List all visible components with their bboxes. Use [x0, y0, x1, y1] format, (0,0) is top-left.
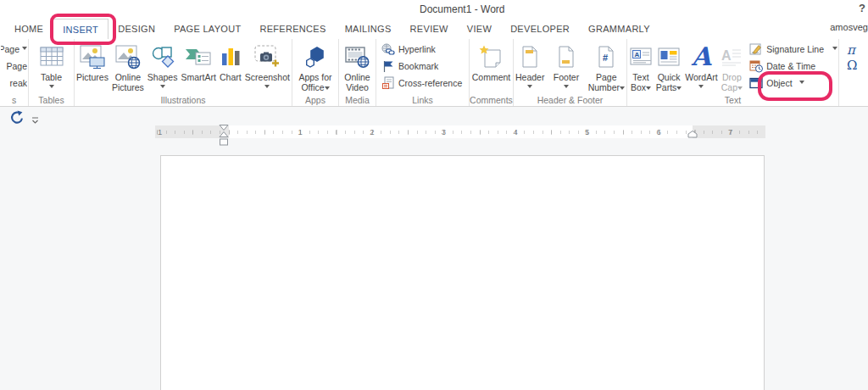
- button-label: Cap: [721, 82, 743, 92]
- page-number-button[interactable]: # Page Number: [587, 41, 626, 93]
- table-button[interactable]: Table: [39, 41, 64, 92]
- drop-cap-button[interactable]: A Drop Cap: [720, 41, 743, 93]
- chevron-down-icon: [832, 47, 837, 53]
- tab-home[interactable]: HOME: [5, 19, 53, 39]
- header-icon: [520, 42, 539, 72]
- button-label: Parts: [656, 82, 682, 92]
- ruler-number: 6: [657, 127, 661, 136]
- quick-parts-button[interactable]: Quick Parts: [655, 41, 683, 93]
- wordart-button[interactable]: A WordArt: [684, 41, 718, 92]
- button-label: Cross-reference: [398, 78, 462, 88]
- tab-design[interactable]: DESIGN: [108, 19, 164, 39]
- ruler-half-ticks: [157, 130, 765, 135]
- pictures-button[interactable]: Pictures: [75, 41, 109, 83]
- object-button[interactable]: Object: [749, 75, 837, 92]
- smartart-button[interactable]: SmartArt: [180, 41, 216, 83]
- chevron-down-icon: [799, 81, 804, 86]
- button-label: Date & Time: [766, 61, 815, 71]
- button-label: Number: [588, 82, 625, 92]
- drop-cap-icon: A: [721, 42, 743, 72]
- tab-review[interactable]: REVIEW: [401, 19, 458, 39]
- button-label: Object: [766, 78, 792, 88]
- chevron-down-icon: [737, 86, 743, 92]
- ruler-number: 4: [513, 127, 517, 136]
- group-label: Header & Footer: [514, 95, 626, 105]
- equation-button[interactable]: π: [847, 43, 857, 58]
- button-label: Bookmark: [398, 61, 438, 71]
- button-label: Apps for: [298, 72, 331, 82]
- button-label: Chart: [220, 72, 242, 82]
- tab-page-layout[interactable]: PAGE LAYOUT: [164, 19, 250, 39]
- signature-line-icon: [749, 42, 763, 56]
- group-comments: Comment Comments: [470, 39, 514, 106]
- help-icon[interactable]: ?: [859, 2, 865, 14]
- cross-reference-icon: [381, 76, 395, 90]
- shapes-icon: [150, 42, 175, 72]
- tab-mailings[interactable]: MAILINGS: [336, 19, 401, 39]
- tab-grammarly[interactable]: GRAMMARLY: [579, 19, 659, 39]
- indent-markers[interactable]: [219, 125, 229, 150]
- shapes-button[interactable]: Shapes: [147, 41, 179, 92]
- comment-button[interactable]: Comment: [471, 41, 512, 83]
- group-illustrations: Pictures Online Pictures Shapes: [75, 39, 292, 106]
- cross-reference-button[interactable]: Cross-reference: [381, 75, 462, 92]
- group-tables: Table Tables: [29, 39, 75, 106]
- right-indent-marker[interactable]: [687, 131, 698, 138]
- ruler-number: 7: [728, 127, 732, 136]
- button-label: Page: [6, 61, 27, 71]
- quick-access-more-icon[interactable]: [31, 113, 39, 128]
- button-label: Office: [301, 82, 329, 92]
- table-icon: [40, 42, 64, 72]
- chevron-down-icon: [676, 86, 682, 92]
- signature-line-button[interactable]: Signature Line: [749, 41, 837, 58]
- apps-for-office-button[interactable]: Apps for Office: [298, 41, 332, 93]
- document-page[interactable]: [160, 155, 765, 390]
- button-label: Text: [632, 72, 648, 82]
- account-name[interactable]: amosvega: [830, 22, 868, 32]
- text-box-button[interactable]: A Text Box: [628, 41, 654, 93]
- symbol-button[interactable]: Ω: [847, 58, 857, 73]
- page-break-button[interactable]: reak: [10, 75, 27, 92]
- ruler-number: 1: [298, 127, 303, 136]
- bookmark-icon: [381, 59, 395, 73]
- quick-parts-icon: [657, 42, 681, 72]
- button-label: Drop: [722, 72, 742, 82]
- online-video-button[interactable]: Online Video: [343, 41, 370, 93]
- date-time-button[interactable]: Date & Time: [749, 58, 837, 75]
- tab-view[interactable]: VIEW: [458, 19, 501, 39]
- horizontal-ruler[interactable]: 1 7 123456: [155, 125, 765, 138]
- chart-icon: [220, 42, 242, 72]
- button-label: SmartArt: [181, 72, 215, 82]
- button-label: WordArt: [685, 72, 717, 82]
- group-header-footer: Header Footer # Page Number Header & Foo…: [514, 39, 627, 106]
- ruler-number: 2: [370, 127, 374, 136]
- ribbon-insert: Page Page reak s Table Tables: [0, 39, 868, 107]
- group-label: s: [0, 95, 28, 105]
- cover-page-button[interactable]: Page: [1, 41, 27, 58]
- footer-button[interactable]: Footer: [553, 41, 580, 92]
- chart-button[interactable]: Chart: [219, 41, 242, 83]
- blank-page-button[interactable]: Page: [6, 58, 27, 75]
- tab-developer[interactable]: DEVELOPER: [501, 19, 579, 39]
- chevron-down-icon: [325, 86, 330, 92]
- screenshot-button[interactable]: Screenshot: [244, 41, 291, 92]
- online-pictures-button[interactable]: Online Pictures: [111, 41, 145, 93]
- chevron-down-icon: [620, 86, 625, 92]
- button-label: Box: [631, 82, 651, 92]
- chevron-down-icon: [264, 85, 270, 91]
- bookmark-button[interactable]: Bookmark: [381, 58, 462, 75]
- button-label: Shapes: [147, 72, 178, 82]
- button-label: Pictures: [76, 72, 108, 82]
- group-label: Links: [376, 95, 469, 105]
- tab-insert[interactable]: INSERT: [53, 19, 108, 39]
- group-label: Media: [339, 95, 376, 105]
- redo-button[interactable]: [8, 109, 25, 125]
- group-label: Illustrations: [75, 95, 292, 105]
- tab-references[interactable]: REFERENCES: [250, 19, 335, 39]
- ruler-number: 3: [442, 127, 446, 136]
- header-button[interactable]: Header: [515, 41, 545, 92]
- comment-icon: [478, 42, 504, 72]
- ribbon-tab-bar: HOME INSERT DESIGN PAGE LAYOUT REFERENCE…: [5, 19, 659, 39]
- hyperlink-button[interactable]: Hyperlink: [381, 41, 462, 58]
- pictures-icon: [79, 42, 106, 72]
